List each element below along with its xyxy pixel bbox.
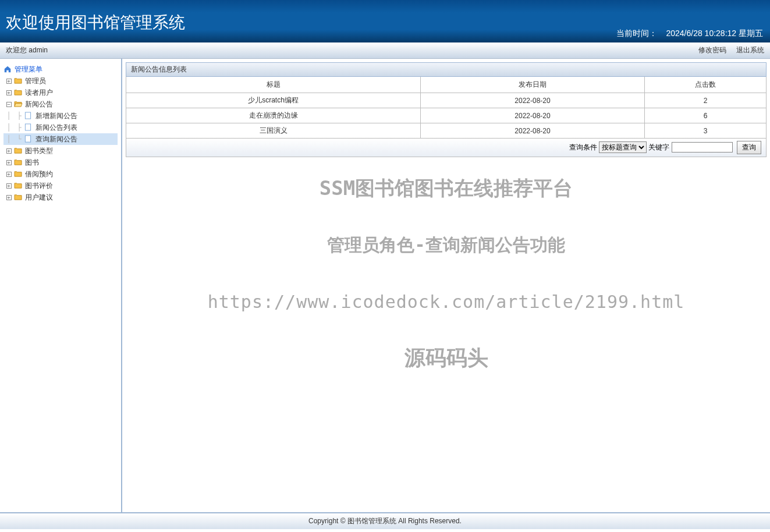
page-icon [24, 123, 34, 132]
time-value: 2024/6/28 10:28:12 星期五 [666, 29, 763, 38]
panel-title: 新闻公告信息列表 [126, 62, 767, 77]
sidebar-item-label: 用户建议 [25, 193, 53, 203]
page-icon [24, 135, 34, 143]
folder-icon [14, 193, 23, 201]
svg-rect-1 [25, 124, 30, 130]
sidebar-subitem-label: 新增新闻公告 [36, 111, 77, 121]
sidebar-item-label: 图书类型 [25, 146, 53, 156]
watermark-line2: 管理员角色-查询新闻公告功能 [122, 233, 770, 257]
search-button[interactable]: 查询 [737, 141, 761, 154]
news-table: 标题 发布日期 点击数 少儿scratch编程 2022-08-20 2 走在崩… [126, 77, 767, 139]
sidebar-subitem-news-list[interactable]: │ ├ 新闻公告列表 [3, 122, 118, 133]
sidebar-item-label: 图书 [25, 158, 39, 168]
folder-icon [14, 170, 23, 178]
col-clicks: 点击数 [645, 77, 767, 93]
cell-clicks: 6 [645, 108, 767, 123]
svg-rect-0 [25, 112, 30, 119]
watermark-line1: SSM图书馆图书在线推荐平台 [122, 175, 770, 202]
expand-icon[interactable]: + [3, 195, 14, 200]
sidebar-item-book[interactable]: + 图书 [3, 157, 118, 168]
expand-icon[interactable]: + [3, 160, 14, 165]
sidebar-subitem-label: 新闻公告列表 [36, 123, 77, 133]
sidebar: 管理菜单 + 管理员 + 读者用户 − 新闻公告 │ ├ 新增新闻公告 │ ├ [0, 59, 122, 512]
folder-icon [14, 77, 23, 85]
cell-date: 2022-08-20 [421, 93, 645, 108]
sidebar-item-suggestion[interactable]: + 用户建议 [3, 191, 118, 203]
tree-root-label: 管理菜单 [15, 65, 42, 75]
table-row[interactable]: 三国演义 2022-08-20 3 [126, 123, 767, 139]
folder-icon [14, 147, 23, 155]
welcome-text: 欢迎您 admin [6, 42, 48, 58]
sidebar-item-label: 借阅预约 [25, 169, 53, 179]
sidebar-item-label: 管理员 [25, 76, 46, 86]
sidebar-item-booktype[interactable]: + 图书类型 [3, 145, 118, 157]
search-cond-select[interactable]: 按标题查询 [599, 141, 647, 153]
change-password-link[interactable]: 修改密码 [698, 46, 726, 54]
sidebar-item-label: 图书评价 [25, 181, 53, 191]
col-title: 标题 [126, 77, 421, 93]
folder-open-icon [14, 100, 23, 108]
svg-rect-2 [25, 136, 30, 142]
col-date: 发布日期 [421, 77, 645, 93]
expand-icon[interactable]: + [3, 148, 14, 154]
sidebar-subitem-news-query[interactable]: │ └ 查询新闻公告 [3, 133, 118, 145]
table-row[interactable]: 少儿scratch编程 2022-08-20 2 [126, 93, 767, 108]
sidebar-item-label: 读者用户 [25, 88, 53, 98]
footer: Copyright © 图书馆管理系统 All Rights Reserved. [0, 512, 770, 529]
cell-clicks: 2 [645, 93, 767, 108]
expand-icon[interactable]: + [3, 79, 14, 84]
sidebar-item-news[interactable]: − 新闻公告 [3, 98, 118, 110]
cell-title: 少儿scratch编程 [126, 93, 421, 108]
search-bar: 查询条件 按标题查询 关键字 查询 [126, 139, 767, 157]
collapse-icon[interactable]: − [3, 102, 14, 107]
watermark-line3: https://www.icodedock.com/article/2199.h… [122, 292, 770, 312]
tree-root[interactable]: 管理菜单 [3, 63, 118, 75]
logout-link[interactable]: 退出系统 [736, 46, 764, 54]
folder-icon [14, 158, 23, 166]
time-label: 当前时间： [616, 29, 657, 38]
sidebar-item-borrow[interactable]: + 借阅预约 [3, 168, 118, 180]
search-keyword-label: 关键字 [648, 143, 669, 151]
expand-icon[interactable]: + [3, 172, 14, 177]
cell-title: 走在崩溃的边缘 [126, 108, 421, 123]
search-keyword-input[interactable] [672, 142, 733, 152]
search-cond-label: 查询条件 [569, 143, 597, 151]
sidebar-item-admin[interactable]: + 管理员 [3, 75, 118, 87]
folder-icon [14, 182, 23, 190]
content-area: 新闻公告信息列表 标题 发布日期 点击数 少儿scratch编程 2022-08… [122, 59, 770, 512]
folder-icon [14, 88, 23, 97]
topbar-actions: 修改密码 退出系统 [690, 42, 764, 58]
sidebar-item-label: 新闻公告 [25, 100, 53, 109]
expand-icon[interactable]: + [3, 90, 14, 95]
sidebar-subitem-news-add[interactable]: │ ├ 新增新闻公告 [3, 110, 118, 122]
page-icon [24, 112, 34, 120]
header-time: 当前时间： 2024/6/28 10:28:12 星期五 [616, 29, 763, 39]
cell-date: 2022-08-20 [421, 108, 645, 123]
cell-title: 三国演义 [126, 123, 421, 139]
expand-icon[interactable]: + [3, 183, 14, 189]
cell-clicks: 3 [645, 123, 767, 139]
header: 欢迎使用图书馆管理系统 当前时间： 2024/6/28 10:28:12 星期五 [0, 0, 770, 42]
cell-date: 2022-08-20 [421, 123, 645, 139]
watermark-line4: 源码码头 [122, 344, 770, 373]
home-icon [3, 65, 13, 73]
topbar: 欢迎您 admin 修改密码 退出系统 [0, 42, 770, 59]
sidebar-subitem-label: 查询新闻公告 [36, 134, 77, 144]
table-row[interactable]: 走在崩溃的边缘 2022-08-20 6 [126, 108, 767, 123]
sidebar-item-reader[interactable]: + 读者用户 [3, 87, 118, 98]
sidebar-item-review[interactable]: + 图书评价 [3, 180, 118, 191]
